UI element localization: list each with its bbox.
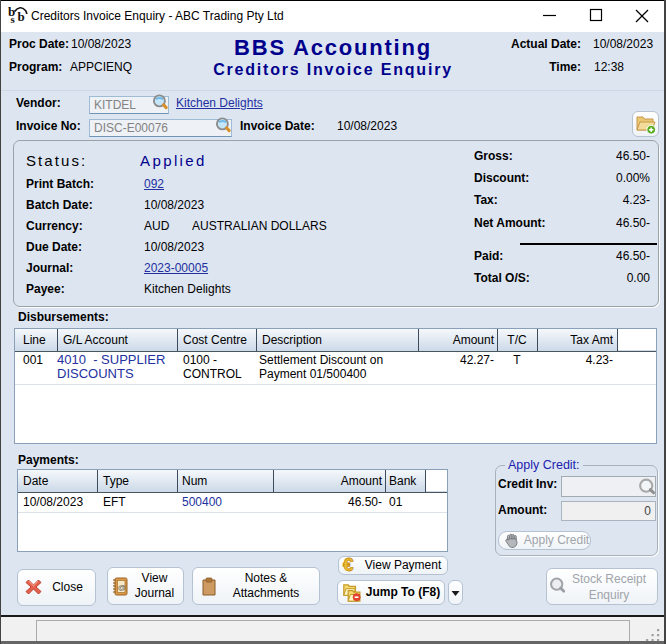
- svg-text:s: s: [11, 13, 16, 25]
- svg-text:€: €: [343, 555, 354, 574]
- svg-text:b: b: [18, 9, 25, 24]
- svg-text:@: @: [118, 583, 126, 592]
